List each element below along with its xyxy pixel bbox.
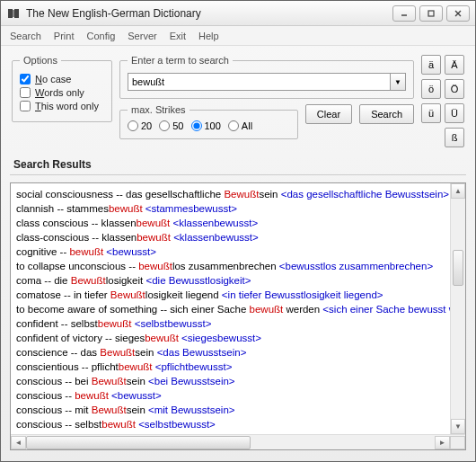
svg-rect-1 bbox=[14, 9, 19, 18]
svg-rect-2 bbox=[13, 10, 14, 17]
titlebar: The New English-German Dictionary bbox=[1, 1, 475, 26]
strikes-50-radio[interactable] bbox=[159, 120, 170, 131]
menu-search[interactable]: Search bbox=[10, 31, 41, 41]
options-group: Options No case Words only This word onl… bbox=[12, 55, 112, 122]
result-row[interactable]: conscious -- bewußt <bewusst> bbox=[14, 388, 462, 403]
search-legend: Enter a term to search bbox=[128, 55, 233, 66]
scroll-right-arrow[interactable]: ► bbox=[435, 436, 450, 449]
scroll-left-arrow[interactable]: ◄ bbox=[11, 436, 26, 449]
horizontal-scrollbar[interactable]: ◄ ► bbox=[11, 434, 465, 449]
result-row[interactable]: cognitive -- bewußt <bewusst> bbox=[14, 244, 462, 259]
search-group: Enter a term to search ▼ bbox=[119, 55, 414, 99]
result-row[interactable]: comatose -- in tiefer Bewußtlosigkeit li… bbox=[14, 288, 462, 302]
thisword-label: This word only bbox=[35, 101, 99, 111]
result-row[interactable]: to collapse unconscious -- bewußtlos zus… bbox=[14, 259, 462, 273]
results-label: Search Results bbox=[1, 153, 475, 174]
strikes-all-radio[interactable] bbox=[228, 120, 239, 131]
menu-server[interactable]: Server bbox=[128, 31, 156, 41]
char-a-lower[interactable]: ä bbox=[421, 55, 441, 75]
strikes-20-label: 20 bbox=[141, 120, 152, 131]
char-o-lower[interactable]: ö bbox=[421, 79, 441, 99]
strikes-legend: max. Strikes bbox=[128, 104, 190, 115]
thisword-checkbox[interactable] bbox=[20, 101, 31, 111]
menu-exit[interactable]: Exit bbox=[170, 31, 186, 41]
result-row[interactable]: conscious -- selbstbewußt <selbstbewusst… bbox=[14, 417, 462, 431]
result-row[interactable]: social consciousness -- das gesellschaft… bbox=[14, 187, 462, 201]
menubar: Search Print Config Server Exit Help bbox=[1, 26, 475, 46]
char-buttons: äÄ öÖ üÜ ß bbox=[421, 55, 464, 147]
result-row[interactable]: conscience -- das Bewußtsein <das Bewuss… bbox=[14, 345, 462, 360]
clear-button[interactable]: Clear bbox=[305, 104, 352, 124]
maximize-button[interactable] bbox=[419, 5, 443, 22]
nocase-label: No case bbox=[35, 74, 71, 84]
scroll-corner bbox=[450, 436, 465, 449]
window-title: The New English-German Dictionary bbox=[26, 7, 392, 20]
app-window: The New English-German Dictionary Search… bbox=[0, 0, 476, 462]
wordsonly-checkbox[interactable] bbox=[20, 87, 31, 98]
strikes-group: max. Strikes 20 50 100 All bbox=[119, 104, 298, 139]
scroll-up-arrow[interactable]: ▲ bbox=[451, 183, 465, 199]
menu-config[interactable]: Config bbox=[86, 31, 115, 41]
result-row[interactable]: class-conscious -- klassenbewußt <klasse… bbox=[14, 230, 462, 244]
results-list[interactable]: social consciousness -- das gesellschaft… bbox=[11, 183, 465, 434]
result-row[interactable]: to become aware of something -- sich ein… bbox=[14, 302, 462, 316]
divider bbox=[10, 174, 466, 175]
wordsonly-label: Words only bbox=[35, 87, 84, 98]
result-row[interactable]: conscientious -- pflichtbewußt <pflichtb… bbox=[14, 360, 462, 374]
options-legend: Options bbox=[20, 55, 61, 66]
result-row[interactable]: class conscious -- klassenbewußt <klasse… bbox=[14, 216, 462, 230]
menu-help[interactable]: Help bbox=[198, 31, 219, 41]
char-sz[interactable]: ß bbox=[445, 128, 464, 147]
minimize-button[interactable] bbox=[392, 5, 416, 22]
result-row[interactable]: coma -- die Bewußtlosigkeit <die Bewusst… bbox=[14, 273, 462, 288]
menu-print[interactable]: Print bbox=[54, 31, 75, 41]
vscroll-thumb[interactable] bbox=[453, 250, 463, 286]
char-u-lower[interactable]: ü bbox=[421, 103, 441, 123]
result-row[interactable]: confident of victory -- siegesbewußt <si… bbox=[14, 331, 462, 345]
search-button[interactable]: Search bbox=[359, 104, 414, 124]
window-controls bbox=[392, 5, 470, 22]
result-row[interactable]: conscious -- bei Bewußtsein <bei Bewusst… bbox=[14, 374, 462, 388]
strikes-100-radio[interactable] bbox=[191, 120, 202, 131]
svg-rect-4 bbox=[428, 11, 434, 16]
hscroll-thumb[interactable] bbox=[26, 436, 251, 449]
app-icon bbox=[6, 6, 21, 21]
results-panel: social consciousness -- das gesellschaft… bbox=[10, 182, 466, 450]
result-row[interactable]: conscious -- mit Bewußtsein <mit Bewusst… bbox=[14, 403, 462, 417]
close-button[interactable] bbox=[446, 5, 470, 22]
strikes-all-label: All bbox=[242, 120, 252, 131]
char-a-upper[interactable]: Ä bbox=[445, 55, 464, 75]
strikes-50-label: 50 bbox=[172, 120, 183, 131]
result-row[interactable]: confident -- selbstbewußt <selbstbewusst… bbox=[14, 316, 462, 331]
result-row[interactable]: clannish -- stammesbewußt <stammesbewuss… bbox=[14, 201, 462, 216]
controls-panel: Options No case Words only This word onl… bbox=[1, 46, 475, 153]
nocase-checkbox[interactable] bbox=[20, 74, 31, 84]
char-u-upper[interactable]: Ü bbox=[445, 103, 464, 123]
vertical-scrollbar[interactable]: ▲ ▼ bbox=[450, 183, 465, 434]
svg-rect-0 bbox=[8, 9, 13, 18]
scroll-down-arrow[interactable]: ▼ bbox=[451, 419, 465, 434]
search-input[interactable] bbox=[128, 73, 390, 91]
search-dropdown-button[interactable]: ▼ bbox=[390, 73, 406, 91]
strikes-100-label: 100 bbox=[205, 120, 221, 131]
strikes-20-radio[interactable] bbox=[128, 120, 138, 131]
char-o-upper[interactable]: Ö bbox=[445, 79, 464, 99]
